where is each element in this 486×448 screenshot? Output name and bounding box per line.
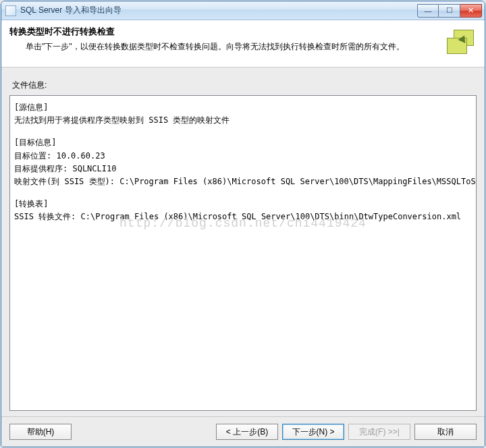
button-bar: 帮助(H) < 上一步(B) 下一步(N) > 完成(F) >>| 取消 bbox=[1, 416, 485, 447]
file-info-label: 文件信息: bbox=[12, 80, 477, 91]
page-header: 转换类型时不进行转换检查 单击"下一步"，以便在转换数据类型时不检查转换问题。向… bbox=[1, 20, 485, 67]
finish-button: 完成(F) >>| bbox=[348, 424, 410, 440]
cancel-label: 取消 bbox=[437, 426, 454, 438]
window-controls: — ☐ ✕ bbox=[417, 4, 482, 18]
minimize-button[interactable]: — bbox=[417, 4, 439, 18]
wizard-icon bbox=[444, 26, 478, 59]
cancel-button[interactable]: 取消 bbox=[414, 424, 477, 440]
ssis-convert-file: SSIS 转换文件: C:\Program Files (x86)\Micros… bbox=[14, 211, 472, 223]
next-button[interactable]: 下一步(N) > bbox=[282, 424, 344, 440]
next-label: 下一步(N) > bbox=[292, 426, 335, 438]
window-title: SQL Server 导入和导出向导 bbox=[20, 5, 417, 16]
page-description: 单击"下一步"，以便在转换数据类型时不检查转换问题。向导将无法找到执行转换检查时… bbox=[26, 40, 439, 53]
convert-header: [转换表] bbox=[14, 198, 472, 211]
titlebar[interactable]: SQL Server 导入和导出向导 — ☐ ✕ bbox=[1, 1, 485, 20]
target-location: 目标位置: 10.0.60.23 bbox=[14, 150, 472, 163]
header-text: 转换类型时不进行转换检查 单击"下一步"，以便在转换数据类型时不检查转换问题。向… bbox=[9, 26, 439, 61]
source-msg: 无法找到用于将提供程序类型映射到 SSIS 类型的映射文件 bbox=[14, 114, 472, 127]
back-button[interactable]: < 上一步(B) bbox=[216, 424, 278, 440]
page-title: 转换类型时不进行转换检查 bbox=[9, 26, 439, 38]
mapping-file: 映射文件(到 SSIS 类型): C:\Program Files (x86)\… bbox=[14, 175, 472, 188]
finish-label: 完成(F) >>| bbox=[359, 426, 400, 438]
close-button[interactable]: ✕ bbox=[460, 4, 482, 18]
help-label: 帮助(H) bbox=[27, 426, 55, 438]
app-icon bbox=[5, 5, 16, 16]
target-header: [目标信息] bbox=[14, 136, 472, 149]
back-label: < 上一步(B) bbox=[226, 426, 268, 438]
info-textbox[interactable]: [源信息] 无法找到用于将提供程序类型映射到 SSIS 类型的映射文件 [目标信… bbox=[9, 95, 477, 411]
page-body: 文件信息: [源信息] 无法找到用于将提供程序类型映射到 SSIS 类型的映射文… bbox=[1, 67, 485, 416]
wizard-window: SQL Server 导入和导出向导 — ☐ ✕ 转换类型时不进行转换检查 单击… bbox=[1, 1, 485, 447]
help-button[interactable]: 帮助(H) bbox=[9, 424, 72, 440]
target-provider: 目标提供程序: SQLNCLI10 bbox=[14, 163, 472, 175]
source-header: [源信息] bbox=[14, 101, 472, 114]
maximize-button[interactable]: ☐ bbox=[439, 4, 460, 18]
